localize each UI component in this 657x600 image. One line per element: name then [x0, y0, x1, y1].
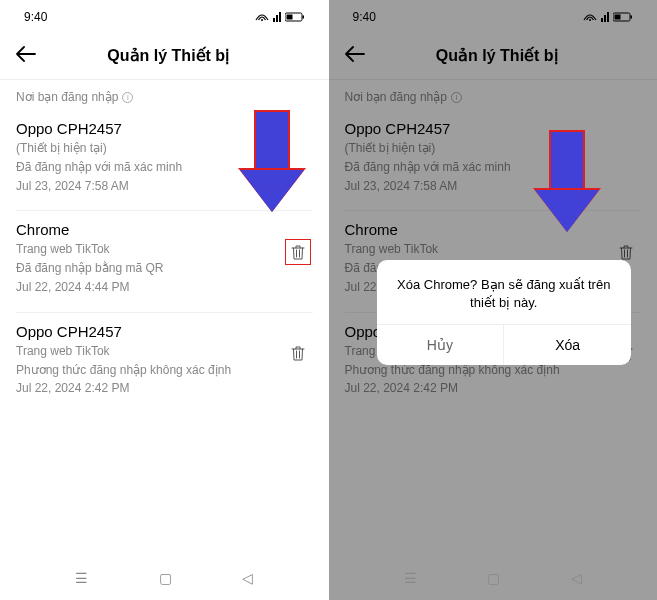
phone-screen-right: 9:40 Quản lý Thiết bị Nơi bạn đăng nhập …: [329, 0, 658, 600]
device-date: Jul 22, 2024 4:44 PM: [16, 279, 313, 296]
page-title: Quản lý Thiết bị: [44, 46, 293, 65]
cancel-button[interactable]: Hủy: [377, 325, 505, 365]
confirm-dialog: Xóa Chrome? Bạn sẽ đăng xuất trên thiết …: [377, 260, 632, 365]
header: Quản lý Thiết bị: [0, 30, 329, 80]
device-date: Jul 22, 2024 2:42 PM: [16, 380, 313, 397]
info-icon[interactable]: i: [122, 92, 133, 103]
svg-rect-5: [286, 15, 292, 20]
svg-point-0: [261, 19, 263, 21]
back-icon[interactable]: [16, 44, 36, 67]
status-bar: 9:40: [0, 0, 329, 30]
svg-rect-1: [273, 18, 275, 22]
nav-back-icon[interactable]: ◁: [571, 570, 582, 586]
device-sub: Trang web TikTok: [16, 241, 313, 258]
status-time: 9:40: [24, 10, 47, 24]
nav-menu-icon[interactable]: ☰: [75, 570, 88, 586]
device-method: Đã đăng nhập bằng mã QR: [16, 260, 313, 277]
nav-home-icon[interactable]: ▢: [159, 570, 172, 586]
device-name: Oppo CPH2457: [16, 323, 313, 340]
section-label: Nơi bạn đăng nhập i: [0, 80, 329, 110]
trash-icon: [291, 245, 305, 260]
nav-menu-icon[interactable]: ☰: [404, 570, 417, 586]
svg-rect-6: [302, 16, 304, 19]
device-item: Oppo CPH2457 Trang web TikTok Phương thứ…: [0, 313, 329, 413]
svg-rect-3: [279, 12, 281, 22]
svg-rect-2: [276, 15, 278, 22]
phone-screen-left: 9:40 Quản lý Thiết bị Nơi bạn đăng nhập …: [0, 0, 329, 600]
nav-back-icon[interactable]: ◁: [242, 570, 253, 586]
trash-icon: [291, 346, 305, 361]
device-method: Phương thức đăng nhập không xác định: [16, 362, 313, 379]
confirm-button[interactable]: Xóa: [504, 325, 631, 365]
device-name: Chrome: [16, 221, 313, 238]
annotation-arrow: [549, 130, 599, 232]
annotation-arrow: [254, 110, 304, 212]
status-icons: [255, 12, 305, 22]
device-sub: Trang web TikTok: [16, 343, 313, 360]
delete-button[interactable]: [285, 341, 311, 367]
android-nav-bar: ☰ ▢ ◁: [0, 564, 329, 592]
delete-button[interactable]: [285, 239, 311, 265]
android-nav-bar: ☰ ▢ ◁: [329, 564, 658, 592]
device-item: Chrome Trang web TikTok Đã đăng nhập bằn…: [0, 211, 329, 311]
dialog-message: Xóa Chrome? Bạn sẽ đăng xuất trên thiết …: [377, 260, 632, 324]
nav-home-icon[interactable]: ▢: [487, 570, 500, 586]
